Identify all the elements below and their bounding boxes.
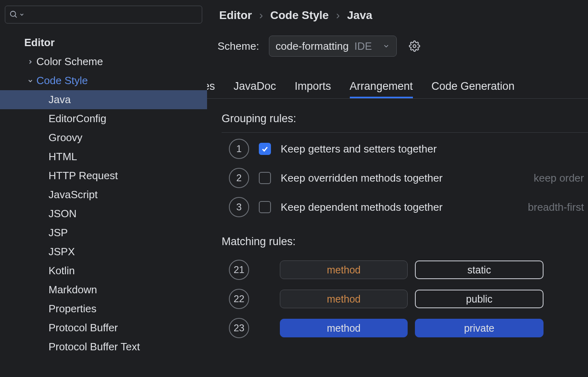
rule-token-modifier: private bbox=[415, 319, 544, 337]
rule-label: Keep dependent methods together bbox=[281, 201, 442, 214]
grouping-rule-row[interactable]: 2 Keep overridden methods together keep … bbox=[222, 163, 588, 193]
rule-token-modifier: public bbox=[415, 290, 544, 308]
tree-node-javascript[interactable]: JavaScript bbox=[0, 185, 207, 204]
settings-tree: Editor Color Scheme Code Style Java Edit… bbox=[0, 32, 207, 356]
chevron-right-icon bbox=[25, 59, 36, 65]
tab-bar: ines JavaDoc Imports Arrangement Code Ge… bbox=[207, 78, 588, 99]
check-icon bbox=[261, 145, 269, 153]
rule-number: 22 bbox=[229, 289, 249, 309]
scheme-dropdown[interactable]: code-formatting IDE bbox=[269, 36, 397, 57]
tree-node-html[interactable]: HTML bbox=[0, 147, 207, 166]
tree-label: Protocol Buffer Text bbox=[49, 341, 140, 353]
tree-label: JSP bbox=[49, 227, 68, 239]
matching-rule-row[interactable]: 23 method private bbox=[222, 313, 588, 343]
breadcrumb-item[interactable]: Java bbox=[347, 9, 372, 22]
tree-node-code-style[interactable]: Code Style bbox=[0, 71, 207, 90]
search-input[interactable] bbox=[5, 6, 202, 23]
tab-javadoc[interactable]: JavaDoc bbox=[234, 80, 276, 98]
scheme-name: code-formatting bbox=[276, 40, 349, 53]
tree-label: Editor bbox=[24, 36, 55, 49]
tree-node-properties[interactable]: Properties bbox=[0, 299, 207, 318]
chevron-right-icon: › bbox=[259, 9, 263, 22]
rule-label: Keep getters and setters together bbox=[281, 143, 437, 155]
rule-label: Keep overridden methods together bbox=[281, 172, 442, 184]
scheme-row: Scheme: code-formatting IDE bbox=[207, 22, 588, 57]
rule-number: 1 bbox=[229, 139, 249, 159]
tree-label: Code Style bbox=[36, 74, 88, 87]
svg-point-0 bbox=[11, 11, 16, 17]
rule-number: 2 bbox=[229, 168, 249, 188]
tree-node-color-scheme[interactable]: Color Scheme bbox=[0, 52, 207, 71]
tree-node-editor[interactable]: Editor bbox=[0, 33, 207, 52]
tree-node-jsp[interactable]: JSP bbox=[0, 223, 207, 242]
rule-checkbox[interactable] bbox=[259, 172, 271, 184]
rule-number: 3 bbox=[229, 197, 249, 217]
breadcrumb: Editor › Code Style › Java bbox=[207, 9, 588, 22]
matching-rules-title: Matching rules: bbox=[207, 222, 588, 255]
tab-blank-lines[interactable]: ines bbox=[207, 80, 215, 98]
svg-point-2 bbox=[413, 45, 416, 48]
tab-arrangement[interactable]: Arrangement bbox=[350, 80, 413, 98]
scheme-actions-button[interactable] bbox=[406, 38, 423, 54]
tree-label: Color Scheme bbox=[36, 55, 103, 68]
grouping-rule-row[interactable]: 1 Keep getters and setters together bbox=[222, 134, 588, 163]
search-icon bbox=[9, 10, 18, 19]
chevron-down-icon bbox=[25, 78, 36, 84]
chevron-down-icon bbox=[19, 12, 25, 17]
tab-imports[interactable]: Imports bbox=[295, 80, 331, 98]
tree-label: EditorConfig bbox=[49, 112, 106, 125]
tree-label: HTML bbox=[49, 150, 77, 163]
chevron-right-icon: › bbox=[336, 9, 340, 22]
rule-number: 21 bbox=[229, 260, 249, 280]
tree-node-http-request[interactable]: HTTP Request bbox=[0, 166, 207, 185]
scheme-label: Scheme: bbox=[218, 40, 259, 53]
tree-label: Kotlin bbox=[49, 265, 75, 277]
rule-hint: keep order bbox=[534, 172, 588, 184]
rule-token-method: method bbox=[280, 290, 408, 308]
tree-label: Groovy bbox=[49, 131, 82, 144]
rule-token-modifier: static bbox=[415, 261, 544, 279]
rule-token-method: method bbox=[280, 261, 408, 279]
rule-number: 23 bbox=[229, 318, 249, 338]
tree-label: JSON bbox=[49, 208, 76, 220]
matching-rules-panel: 21 method static 22 method public 23 met… bbox=[222, 255, 588, 343]
tree-label: Protocol Buffer bbox=[49, 322, 118, 334]
tree-node-groovy[interactable]: Groovy bbox=[0, 128, 207, 147]
rule-hint: breadth-first bbox=[528, 201, 588, 214]
scheme-scope: IDE bbox=[354, 40, 372, 53]
tree-label: HTTP Request bbox=[49, 169, 118, 182]
grouping-rules-title: Grouping rules: bbox=[207, 99, 588, 132]
tree-node-markdown[interactable]: Markdown bbox=[0, 280, 207, 299]
tree-label: Java bbox=[49, 93, 71, 106]
main-panel: Editor › Code Style › Java Scheme: code-… bbox=[207, 0, 588, 377]
settings-sidebar: Editor Color Scheme Code Style Java Edit… bbox=[0, 0, 207, 377]
tree-node-protocol-buffer[interactable]: Protocol Buffer bbox=[0, 318, 207, 337]
tree-label: JSPX bbox=[49, 246, 75, 258]
rule-checkbox[interactable] bbox=[259, 143, 271, 155]
breadcrumb-item[interactable]: Editor bbox=[219, 9, 252, 22]
tree-node-json[interactable]: JSON bbox=[0, 204, 207, 223]
tree-node-jspx[interactable]: JSPX bbox=[0, 242, 207, 261]
svg-line-1 bbox=[15, 16, 17, 18]
tree-node-protocol-buffer-text[interactable]: Protocol Buffer Text bbox=[0, 337, 207, 356]
rule-checkbox[interactable] bbox=[259, 201, 271, 213]
matching-rule-row[interactable]: 22 method public bbox=[222, 284, 588, 313]
tree-label: Properties bbox=[49, 303, 97, 315]
tree-label: JavaScript bbox=[49, 188, 97, 201]
chevron-down-icon bbox=[383, 42, 390, 50]
gear-icon bbox=[409, 40, 420, 52]
grouping-rule-row[interactable]: 3 Keep dependent methods together breadt… bbox=[222, 193, 588, 222]
grouping-rules-panel: 1 Keep getters and setters together 2 Ke… bbox=[222, 132, 588, 222]
matching-rule-row[interactable]: 21 method static bbox=[222, 255, 588, 284]
tree-node-editorconfig[interactable]: EditorConfig bbox=[0, 109, 207, 128]
tree-label: Markdown bbox=[49, 284, 97, 296]
tree-node-kotlin[interactable]: Kotlin bbox=[0, 261, 207, 280]
rule-token-method: method bbox=[280, 319, 408, 337]
tree-node-java[interactable]: Java bbox=[0, 90, 207, 109]
tab-code-generation[interactable]: Code Generation bbox=[431, 80, 515, 98]
breadcrumb-item[interactable]: Code Style bbox=[270, 9, 329, 22]
